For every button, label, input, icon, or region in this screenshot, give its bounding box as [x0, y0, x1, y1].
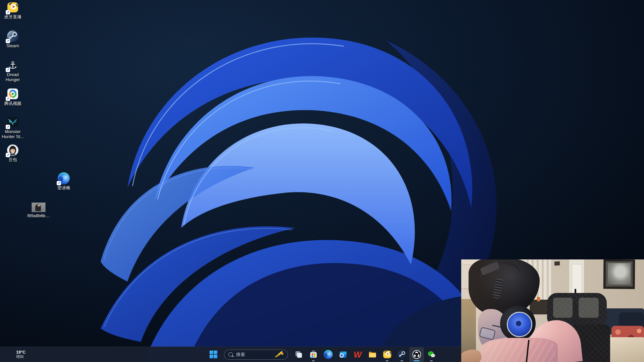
wechat-icon: [427, 350, 436, 359]
yellow-flowers-icon: [273, 351, 285, 359]
taskbar-app-wechat[interactable]: [424, 347, 439, 362]
monster-hunter-stories-icon: ↗: [7, 116, 19, 128]
moon-icon: [6, 351, 13, 358]
start-button[interactable]: [206, 347, 221, 362]
taskbar-app-steam[interactable]: [394, 347, 409, 362]
edge-icon: [324, 350, 333, 359]
webcam-warm-light: [461, 259, 644, 362]
shortcut-arrow-icon: ↗: [6, 125, 10, 129]
microsoft-store-icon: [309, 350, 318, 359]
outlook-icon: [338, 350, 347, 359]
taskbar-app-wps-office[interactable]: W: [350, 347, 365, 362]
desktop-icon-label: 虎牙直播: [4, 14, 21, 19]
edge-icon: ↗: [58, 172, 70, 184]
steam-icon: [397, 350, 407, 359]
steam-icon: ↗: [7, 30, 19, 42]
weather-widget[interactable]: 19°C 晴朗: [2, 347, 30, 362]
tencent-video-icon: ↗: [7, 88, 19, 100]
taskbar-search-box[interactable]: [224, 350, 288, 360]
shortcut-arrow-icon: ↗: [6, 97, 10, 101]
huya-live-icon: ↗: [7, 1, 19, 13]
taskbar-app-obs-studio[interactable]: [409, 347, 424, 362]
obs-studio-icon: [412, 350, 421, 359]
desktop-icon-image-file[interactable]: f89a8b6b…: [26, 202, 51, 218]
weather-temperature: 19°C: [16, 350, 25, 355]
taskbar-app-huya[interactable]: [380, 347, 394, 362]
desktop-icon-label: f89a8b6b…: [27, 213, 50, 218]
shortcut-arrow-icon: ↗: [6, 39, 10, 43]
wps-office-icon: W: [354, 350, 362, 359]
taskbar-app-task-view[interactable]: [291, 347, 306, 362]
desktop-screen: ↗ 虎牙直播 ↗ Steam ⚓ ↗ Dread Hunger: [0, 0, 644, 362]
shortcut-arrow-icon: ↗: [6, 153, 10, 157]
doubao-icon: ↗: [7, 144, 19, 156]
taskbar-app-microsoft-store[interactable]: [306, 347, 321, 362]
desktop-icon-steam[interactable]: ↗ Steam: [0, 30, 25, 48]
desktop-icon-label: 腾讯视频: [4, 101, 21, 106]
taskbar-app-file-explorer[interactable]: [365, 347, 380, 362]
file-explorer-icon: [368, 350, 377, 359]
shortcut-arrow-icon: ↗: [6, 10, 10, 14]
shortcut-arrow-icon: ↗: [6, 68, 10, 72]
weather-condition: 晴朗: [16, 355, 25, 359]
desktop-icon-tencent-video[interactable]: ↗ 腾讯视频: [0, 88, 25, 106]
task-view-icon: [294, 350, 303, 359]
desktop-icon-bianqingxi[interactable]: ↗ 变清晰: [51, 172, 76, 190]
desktop-icon-huya-live[interactable]: ↗ 虎牙直播: [0, 1, 25, 19]
desktop-icon-label: Steam: [6, 43, 19, 48]
shortcut-arrow-icon: ↗: [57, 181, 61, 185]
windows-start-icon: [209, 350, 218, 359]
desktop-icon-label: Monster Hunter St...: [0, 129, 25, 139]
desktop-icon-doubao[interactable]: ↗ 豆包: [0, 144, 25, 162]
desktop-icon-monster-hunter-stories[interactable]: ↗ Monster Hunter St...: [0, 116, 25, 139]
webcam-overlay: [461, 259, 644, 362]
taskbar-app-outlook[interactable]: [335, 347, 350, 362]
desktop-icon-label: 豆包: [8, 157, 17, 162]
huya-icon: [383, 350, 392, 359]
desktop-icon-label: Dread Hunger: [0, 72, 25, 82]
image-thumbnail: [32, 202, 46, 212]
desktop-icon-label: 变清晰: [57, 185, 70, 190]
taskbar-app-edge[interactable]: [321, 347, 335, 362]
search-icon: [228, 352, 233, 357]
desktop-icon-dread-hunger[interactable]: ⚓ ↗ Dread Hunger: [0, 59, 25, 82]
dread-hunger-anchor-icon: ⚓ ↗: [7, 59, 19, 71]
search-input[interactable]: [235, 352, 273, 357]
